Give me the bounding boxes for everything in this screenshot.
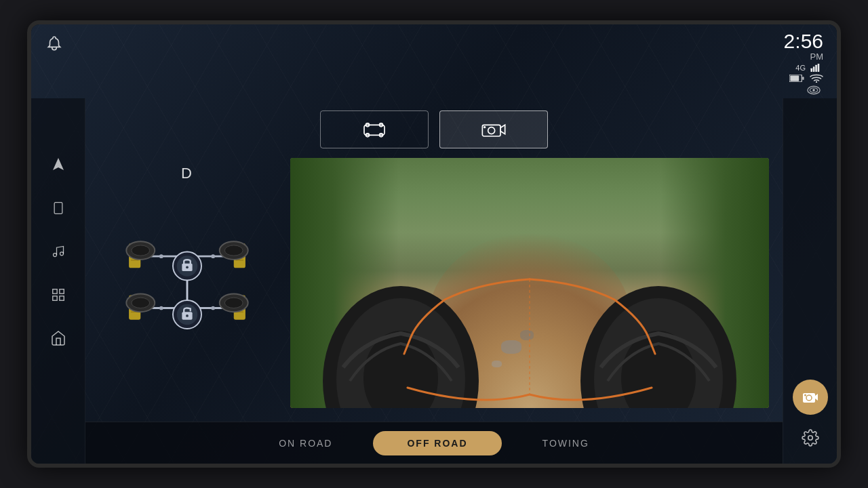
camera-fab-button[interactable] (793, 380, 828, 415)
svg-point-65 (211, 254, 215, 258)
svg-rect-16 (59, 296, 63, 300)
navigation-icon (50, 157, 66, 173)
right-sidebar (783, 98, 837, 464)
notification-icon[interactable] (42, 31, 66, 56)
svg-point-66 (159, 306, 163, 310)
wifi-icon (810, 73, 823, 83)
svg-point-77 (804, 394, 806, 396)
content-row: D (85, 158, 783, 422)
svg-point-51 (224, 245, 243, 256)
music-icon (52, 243, 65, 260)
svg-point-64 (159, 254, 163, 258)
svg-point-59 (186, 266, 189, 268)
gear-indicator: D (181, 165, 193, 182)
tire-overlay-svg (290, 232, 769, 408)
wireless-charging-icon (804, 85, 823, 98)
battery-icon (789, 75, 804, 82)
svg-rect-3 (818, 64, 820, 72)
tab-car-view[interactable] (320, 110, 429, 148)
svg-point-11 (53, 253, 56, 257)
grid-icon (51, 287, 66, 302)
svg-point-49 (132, 245, 150, 256)
mode-bar: ON ROAD OFF ROAD TOWING (85, 422, 783, 464)
settings-button[interactable] (798, 426, 823, 450)
camera-fab-icon (802, 390, 818, 404)
svg-rect-6 (790, 75, 799, 81)
suspension-diagram (116, 188, 258, 357)
network-status: 4G (795, 64, 823, 72)
car-top-view-icon (361, 120, 388, 139)
home-icon (50, 330, 66, 346)
svg-rect-14 (59, 289, 63, 293)
signal-icon (810, 64, 823, 72)
svg-point-8 (812, 89, 814, 91)
svg-point-55 (224, 298, 243, 308)
time-display: 2:56 (784, 31, 823, 52)
svg-rect-0 (810, 68, 812, 72)
status-area: 2:56 PM 4G (784, 31, 826, 98)
svg-rect-5 (802, 77, 804, 80)
svg-point-78 (808, 436, 812, 441)
svg-rect-9 (54, 203, 62, 214)
sidebar-item-phone[interactable] (46, 196, 71, 220)
svg-point-53 (132, 298, 150, 308)
mode-off-road[interactable]: OFF ROAD (373, 431, 501, 455)
main-layout: 2:56 PM 4G (31, 24, 837, 464)
suspension-diagram-area: D (92, 158, 282, 415)
svg-rect-13 (52, 289, 56, 293)
mode-on-road[interactable]: ON ROAD (238, 431, 373, 455)
center-area: D (85, 98, 783, 464)
view-tabs (85, 98, 783, 158)
settings-icon (802, 429, 819, 447)
network-label: 4G (795, 64, 806, 72)
camera-view-area (290, 158, 769, 408)
camera-tab-icon (480, 120, 507, 139)
svg-point-7 (816, 81, 817, 83)
main-area: D (31, 98, 837, 464)
sidebar-item-apps[interactable] (46, 283, 71, 307)
battery-wifi-row (789, 73, 823, 83)
svg-point-63 (186, 314, 189, 317)
svg-point-24 (484, 126, 486, 128)
sidebar-item-nav[interactable] (46, 152, 71, 177)
screen-bezel: 2:56 PM 4G (27, 20, 841, 468)
svg-point-23 (488, 127, 495, 134)
mode-towing[interactable]: TOWING (502, 431, 630, 455)
svg-rect-15 (52, 296, 56, 300)
sidebar-item-music[interactable] (46, 239, 71, 264)
left-sidebar (31, 98, 85, 464)
right-actions (793, 380, 828, 450)
sidebar-item-home[interactable] (46, 326, 71, 350)
svg-rect-1 (813, 66, 815, 72)
phone-icon (52, 200, 65, 216)
bell-icon (45, 35, 63, 52)
svg-rect-2 (815, 65, 817, 72)
time-period: PM (810, 52, 824, 62)
svg-point-12 (60, 252, 63, 256)
svg-point-67 (211, 306, 215, 310)
tab-camera-view[interactable] (439, 110, 548, 148)
